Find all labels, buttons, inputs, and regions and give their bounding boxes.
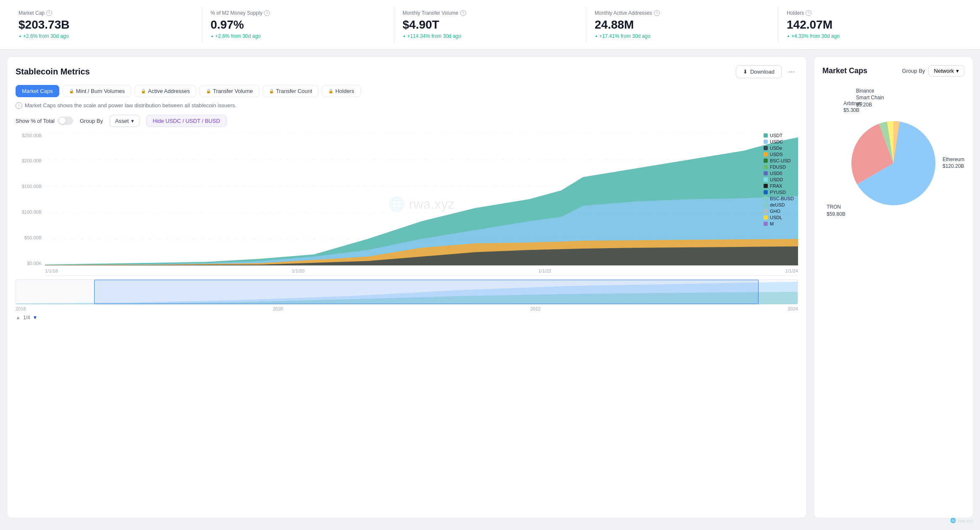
left-panel: Stablecoin Metrics ⬇ Download ··· Market… bbox=[7, 56, 807, 518]
minimap-label: 2022 bbox=[530, 306, 540, 311]
metric-change-holders: ▲ +4.33% from 30d ago bbox=[787, 33, 962, 39]
hide-usdc-button[interactable]: Hide USDC / USDT / BUSD bbox=[146, 115, 226, 127]
x-axis-label: 1/1/22 bbox=[538, 268, 551, 273]
legend-label: FRAX bbox=[770, 183, 782, 188]
chevron-down-icon: ▾ bbox=[131, 118, 134, 124]
more-options-button[interactable]: ··· bbox=[785, 66, 798, 78]
info-icon-monthly-active-addresses[interactable]: ? bbox=[654, 10, 660, 16]
legend-label: GHO bbox=[770, 209, 780, 214]
metric-value-monthly-active-addresses: 24.88M bbox=[595, 18, 769, 32]
pie-labels: Ethereum $120.20B TRON $59.80B Arbitrum … bbox=[822, 83, 964, 243]
y-axis-label: $50.00B bbox=[24, 235, 42, 240]
legend-item-usdl: USDL bbox=[764, 215, 798, 220]
change-triangle-holders: ▲ bbox=[787, 34, 790, 38]
chart-svg bbox=[45, 133, 798, 265]
minimap-labels: 2018202020222024 bbox=[16, 306, 798, 311]
legend-label: USDL bbox=[770, 215, 782, 220]
legend-item-usd0: USD0 bbox=[764, 171, 798, 176]
show-pct-toggle-label: Show % of Total bbox=[16, 117, 73, 125]
group-by-select[interactable]: Asset ▾ bbox=[110, 115, 140, 127]
legend-item-gho: GHO bbox=[764, 209, 798, 214]
metric-value-monthly-transfer-volume: $4.90T bbox=[403, 18, 577, 32]
minimap-handle[interactable] bbox=[94, 280, 759, 304]
legend-item-frax: FRAX bbox=[764, 183, 798, 188]
metric-label-market-cap: Market Cap ? bbox=[18, 10, 193, 16]
top-metrics-bar: Market Cap ? $203.73B ▲ +2.6% from 30d a… bbox=[0, 0, 980, 50]
legend-label: USD0 bbox=[770, 171, 782, 176]
metric-label-monthly-active-addresses: Monthly Active Addresses ? bbox=[595, 10, 769, 16]
info-icon-holders[interactable]: ? bbox=[806, 10, 811, 16]
minimap-label: 2020 bbox=[273, 306, 283, 311]
info-icon-monthly-transfer-volume[interactable]: ? bbox=[460, 10, 466, 16]
tab-row: Market Caps🔒Mint / Burn Volumes🔒Active A… bbox=[16, 85, 798, 97]
x-axis: 1/1/181/1/201/1/221/1/24 bbox=[45, 267, 798, 275]
metric-card-holders: Holders ? 142.07M ▲ +4.33% from 30d ago bbox=[778, 7, 970, 42]
chart-area: $250.00B$200.00B$150.00B$100.00B$50.00B$… bbox=[16, 133, 798, 276]
legend-label: USDC bbox=[770, 139, 783, 144]
chevron-down-icon: ▾ bbox=[956, 68, 959, 74]
legend-dot bbox=[764, 159, 768, 163]
x-axis-label: 1/1/18 bbox=[45, 268, 58, 273]
group-by-label: Group By bbox=[80, 118, 103, 124]
minimap-label: 2018 bbox=[16, 306, 26, 311]
metric-card-market-cap: Market Cap ? $203.73B ▲ +2.6% from 30d a… bbox=[10, 7, 202, 42]
legend-label: USDS bbox=[770, 152, 783, 157]
right-panel: Market Caps Group By Network ▾ bbox=[814, 56, 973, 518]
info-icon-m2-money-supply[interactable]: ? bbox=[264, 10, 270, 16]
legend-label: M bbox=[770, 221, 774, 226]
legend-dot bbox=[764, 146, 768, 150]
tron-label: TRON $59.80B bbox=[827, 204, 846, 218]
legend-dot bbox=[764, 140, 768, 144]
y-axis-label: $250.00B bbox=[22, 133, 42, 138]
pagination-down-icon[interactable]: ▼ bbox=[33, 315, 38, 321]
bsc-label: Binance Smart Chain $5.20B bbox=[856, 87, 884, 109]
minimap[interactable] bbox=[16, 279, 798, 305]
legend-label: USDD bbox=[770, 177, 783, 182]
legend-item-usdt: USDT bbox=[764, 133, 798, 138]
metric-label-m2-money-supply: % of M2 Money Supply ? bbox=[211, 10, 385, 16]
tab-active-addresses[interactable]: 🔒Active Addresses bbox=[134, 85, 196, 97]
legend: USDT USDC USDe USDS BSC-USD FDUSD USD0 U… bbox=[760, 133, 798, 226]
metric-change-monthly-active-addresses: ▲ +17.41% from 30d ago bbox=[595, 33, 769, 39]
metric-value-market-cap: $203.73B bbox=[18, 18, 193, 32]
toggle-thumb bbox=[59, 117, 66, 124]
chart-container: $250.00B$200.00B$150.00B$100.00B$50.00B$… bbox=[16, 133, 798, 276]
tab-holders[interactable]: 🔒Holders bbox=[322, 85, 361, 97]
right-group-by: Group By Network ▾ bbox=[902, 65, 964, 77]
metric-label-monthly-transfer-volume: Monthly Transfer Volume ? bbox=[403, 10, 577, 16]
lock-icon: 🔒 bbox=[69, 89, 74, 93]
tab-market-caps[interactable]: Market Caps bbox=[16, 85, 59, 97]
tab-transfer-count[interactable]: 🔒Transfer Count bbox=[263, 85, 319, 97]
legend-item-deusd: deUSD bbox=[764, 202, 798, 207]
download-button[interactable]: ⬇ Download bbox=[736, 65, 782, 78]
tab-transfer-volume[interactable]: 🔒Transfer Volume bbox=[200, 85, 259, 97]
legend-label: BSC-USD bbox=[770, 158, 791, 163]
chart-inner: 🌐 rwa.xyz 1/1/181/1/201/1/221/1/24 bbox=[45, 133, 798, 276]
legend-item-usdc: USDC bbox=[764, 139, 798, 144]
controls-row: Show % of Total Group By Asset ▾ Hide US… bbox=[16, 115, 798, 127]
legend-dot bbox=[764, 209, 768, 213]
legend-dot bbox=[764, 178, 768, 182]
info-icon-market-cap[interactable]: ? bbox=[46, 10, 52, 16]
rwa-watermark: 🌐 rwa.xyz bbox=[950, 518, 973, 523]
network-select[interactable]: Network ▾ bbox=[928, 65, 964, 77]
legend-item-pyusd: PYUSD bbox=[764, 190, 798, 195]
legend-label: BSC-BUSD bbox=[770, 196, 794, 201]
lock-icon: 🔒 bbox=[328, 89, 333, 93]
x-axis-label: 1/1/20 bbox=[292, 268, 305, 273]
metric-card-monthly-active-addresses: Monthly Active Addresses ? 24.88M ▲ +17.… bbox=[586, 7, 778, 42]
y-axis: $250.00B$200.00B$150.00B$100.00B$50.00B$… bbox=[16, 133, 45, 276]
legend-label: PYUSD bbox=[770, 190, 786, 195]
pagination-up-icon[interactable]: ▲ bbox=[16, 315, 21, 321]
change-triangle-market-cap: ▲ bbox=[18, 34, 22, 38]
minimap-label: 2024 bbox=[788, 306, 798, 311]
globe-icon: 🌐 bbox=[950, 518, 956, 523]
metric-value-m2-money-supply: 0.97% bbox=[211, 18, 385, 32]
main-content: Stablecoin Metrics ⬇ Download ··· Market… bbox=[0, 50, 980, 525]
right-header: Market Caps Group By Network ▾ bbox=[822, 65, 964, 77]
metric-label-holders: Holders ? bbox=[787, 10, 962, 16]
show-pct-toggle[interactable] bbox=[58, 117, 73, 125]
legend-dot bbox=[764, 184, 768, 188]
tab-mint-burn[interactable]: 🔒Mint / Burn Volumes bbox=[63, 85, 131, 97]
info-row: i Market Caps shows the scale and power … bbox=[16, 102, 798, 109]
